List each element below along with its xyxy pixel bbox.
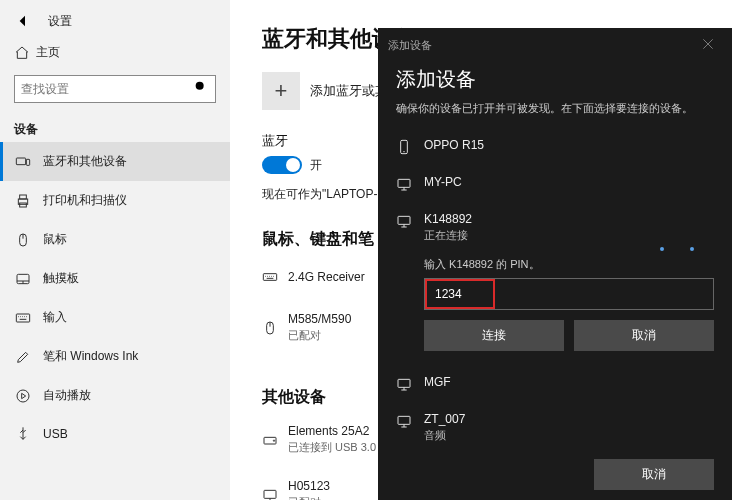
phone-icon <box>396 139 412 155</box>
mouse-icon <box>262 320 278 336</box>
devices-icon <box>15 154 31 170</box>
modal-device-item[interactable]: MGF <box>396 365 714 402</box>
monitor-icon <box>396 176 412 192</box>
settings-sidebar: 设置 主页 设备 蓝牙和其他设备 打印机和扫描仪 鼠标 <box>0 0 230 500</box>
plus-icon[interactable]: + <box>262 72 300 110</box>
back-button[interactable] <box>14 12 32 30</box>
home-icon <box>14 45 30 61</box>
svg-rect-17 <box>398 179 410 187</box>
bluetooth-on-label: 开 <box>310 157 322 174</box>
loading-dots-icon <box>660 247 694 251</box>
arrow-left-icon <box>15 13 31 29</box>
svg-point-9 <box>17 390 29 402</box>
svg-rect-8 <box>16 314 29 322</box>
settings-title: 设置 <box>48 13 72 30</box>
svg-rect-20 <box>398 416 410 424</box>
keyboard-icon <box>262 269 278 285</box>
keyboard-icon <box>15 310 31 326</box>
monitor-icon <box>262 487 278 501</box>
svg-rect-4 <box>20 195 27 199</box>
close-button[interactable] <box>694 34 722 56</box>
section-devices-label: 设备 <box>0 111 230 142</box>
home-label: 主页 <box>36 44 60 61</box>
svg-rect-5 <box>20 203 27 207</box>
drive-icon <box>262 432 278 448</box>
modal-heading: 添加设备 <box>396 66 714 93</box>
svg-rect-10 <box>263 274 276 281</box>
pin-label: 输入 K148892 的 PIN。 <box>424 257 714 272</box>
monitor-icon <box>396 213 412 229</box>
nav-touchpad[interactable]: 触摸板 <box>0 259 230 298</box>
svg-rect-1 <box>16 158 25 165</box>
modal-device-item[interactable]: ZT_007 音频 <box>396 402 714 453</box>
mouse-icon <box>15 232 31 248</box>
touchpad-icon <box>15 271 31 287</box>
svg-point-0 <box>196 82 204 90</box>
pen-icon <box>15 349 31 365</box>
modal-cancel-button[interactable]: 取消 <box>594 459 714 490</box>
settings-nav-list: 蓝牙和其他设备 打印机和扫描仪 鼠标 触摸板 输入 笔和 Windows Ink <box>0 142 230 453</box>
nav-mouse[interactable]: 鼠标 <box>0 220 230 259</box>
close-icon <box>700 36 716 52</box>
modal-titlebar-text: 添加设备 <box>388 38 432 53</box>
modal-device-item[interactable]: OPPO R15 <box>396 128 714 165</box>
search-icon <box>193 79 209 95</box>
modal-device-item-active[interactable]: K148892 正在连接 <box>396 202 714 253</box>
bluetooth-toggle[interactable] <box>262 156 302 174</box>
svg-rect-18 <box>398 216 410 224</box>
usb-icon <box>15 426 31 442</box>
modal-device-list: MGF ZT_007 音频 <box>396 365 714 453</box>
settings-search[interactable] <box>14 75 216 103</box>
pin-value: 1234 <box>429 283 491 305</box>
svg-rect-14 <box>264 490 276 498</box>
add-device-modal: 添加设备 添加设备 确保你的设备已打开并可被发现。在下面选择要连接的设备。 OP… <box>378 28 732 500</box>
pin-block: 输入 K148892 的 PIN。 1234 连接 取消 <box>396 257 714 365</box>
modal-device-list: OPPO R15 MY-PC K148892 正在连接 <box>396 128 714 253</box>
pin-input[interactable]: 1234 <box>424 278 714 310</box>
nav-typing[interactable]: 输入 <box>0 298 230 337</box>
svg-point-13 <box>273 440 274 441</box>
cancel-button[interactable]: 取消 <box>574 320 714 351</box>
nav-usb[interactable]: USB <box>0 415 230 453</box>
search-input[interactable] <box>21 82 193 96</box>
home-nav[interactable]: 主页 <box>0 38 230 67</box>
nav-printers[interactable]: 打印机和扫描仪 <box>0 181 230 220</box>
printer-icon <box>15 193 31 209</box>
modal-desc: 确保你的设备已打开并可被发现。在下面选择要连接的设备。 <box>396 101 714 116</box>
autoplay-icon <box>15 388 31 404</box>
nav-pen[interactable]: 笔和 Windows Ink <box>0 337 230 376</box>
connect-button[interactable]: 连接 <box>424 320 564 351</box>
monitor-icon <box>396 413 412 429</box>
nav-autoplay[interactable]: 自动播放 <box>0 376 230 415</box>
svg-rect-2 <box>26 159 29 165</box>
monitor-icon <box>396 376 412 392</box>
svg-rect-19 <box>398 379 410 387</box>
modal-device-item[interactable]: MY-PC <box>396 165 714 202</box>
nav-bluetooth-devices[interactable]: 蓝牙和其他设备 <box>0 142 230 181</box>
